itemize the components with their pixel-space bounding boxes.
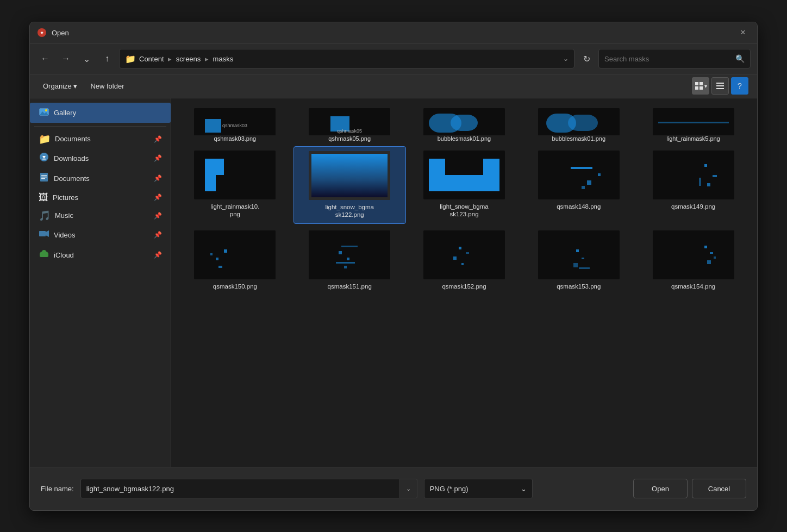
thumbnail-view-button[interactable]: ▾ (692, 77, 709, 95)
file-thumb-9 (538, 230, 620, 279)
content-area: qshmask03 qshmask03.png qshmask05 qshmas… (171, 98, 757, 467)
svg-rect-72 (461, 263, 464, 265)
svg-rect-19 (41, 178, 45, 179)
address-path: Content ▸ screens ▸ masks (139, 55, 560, 63)
forward-button[interactable]: → (57, 50, 74, 67)
filename-input[interactable] (80, 479, 400, 498)
sidebar-pin-pictures[interactable]: 📌 (154, 193, 162, 201)
svg-point-12 (45, 109, 47, 111)
svg-rect-65 (339, 251, 342, 254)
path-segment-1[interactable]: Content (139, 55, 164, 63)
up-button[interactable]: ↑ (98, 50, 116, 67)
file-item-5[interactable]: qsmask149.png (637, 146, 749, 224)
partial-name-1: qshmask03.png (214, 135, 257, 142)
svg-text:qshmask03: qshmask03 (222, 123, 247, 128)
svg-rect-71 (453, 256, 457, 260)
sidebar-item-downloads[interactable]: Downloads 📌 (30, 148, 171, 168)
filetype-value: PNG (*.png) (430, 485, 469, 493)
organize-button[interactable]: Organize ▾ (39, 80, 82, 92)
path-segment-3[interactable]: masks (213, 55, 234, 63)
sidebar-pin-downloads[interactable]: 📌 (154, 154, 162, 162)
partial-file-1[interactable]: qshmask03 qshmask03.png (179, 106, 291, 144)
file-grid: light_rainmask10.png (177, 144, 752, 298)
file-item-6[interactable]: qsmask150.png (179, 226, 291, 295)
file-item-9[interactable]: qsmask153.png (522, 226, 635, 295)
action-buttons: Open Cancel (633, 479, 746, 498)
sidebar-item-documents2[interactable]: Documents 📌 (30, 168, 171, 189)
address-dropdown-button[interactable]: ⌄ (563, 55, 569, 62)
svg-rect-57 (699, 178, 701, 186)
sidebar-pin-music[interactable]: 📌 (154, 212, 162, 220)
detail-view-button[interactable] (711, 77, 729, 95)
file-thumb-7 (309, 230, 390, 279)
sidebar-gallery-label: Gallery (54, 109, 162, 117)
svg-rect-81 (710, 252, 713, 254)
sidebar-pin-documents2[interactable]: 📌 (154, 174, 162, 182)
close-button[interactable]: × (735, 25, 751, 40)
svg-rect-7 (716, 85, 724, 86)
sidebar-item-icloud[interactable]: iCloud 📌 (30, 245, 171, 265)
path-segment-2[interactable]: screens (176, 55, 201, 63)
file-name-10: qsmask154.png (671, 283, 715, 291)
bottom-bar: File name: ⌄ PNG (*.png) ⌄ Open Cancel (30, 467, 757, 510)
help-button[interactable]: ? (731, 77, 748, 95)
file-item-1[interactable]: light_rainmask10.png (179, 146, 291, 224)
sidebar-item-gallery[interactable]: Gallery (30, 103, 171, 123)
svg-rect-75 (576, 249, 579, 252)
file-item-10[interactable]: qsmask154.png (637, 226, 749, 295)
sidebar-item-documents1[interactable]: 📁 Documents 📌 (30, 130, 171, 148)
svg-rect-76 (582, 258, 584, 259)
file-thumb-3 (423, 151, 505, 199)
file-name-5: qsmask149.png (671, 203, 715, 211)
partial-file-4[interactable]: bubblesmask01.png (522, 106, 635, 144)
sidebar-pin-icloud[interactable]: 📌 (154, 251, 162, 259)
filename-dropdown-button[interactable]: ⌄ (400, 479, 417, 498)
new-folder-button[interactable]: New folder (86, 80, 128, 92)
svg-rect-70 (459, 247, 461, 249)
recent-locations-button[interactable]: ⌄ (78, 50, 95, 67)
file-item-3[interactable]: light_snow_bgmask123.png (408, 146, 521, 224)
partial-file-2[interactable]: qshmask05 qshmask05.png (293, 106, 406, 144)
svg-rect-49 (571, 167, 592, 169)
partial-name-4: bubblesmask01.png (552, 135, 605, 142)
svg-rect-2 (695, 82, 698, 85)
address-bar[interactable]: 📁 Content ▸ screens ▸ masks ⌄ (119, 49, 574, 68)
file-name-2: light_snow_bgmask122.png (325, 203, 374, 220)
file-name-7: qsmask151.png (328, 283, 372, 291)
svg-rect-63 (309, 230, 390, 279)
svg-rect-51 (598, 173, 601, 176)
file-name-1: light_rainmask10.png (210, 203, 259, 219)
file-item-7[interactable]: qsmask151.png (293, 226, 406, 295)
partial-file-5[interactable]: light_rainmask5.png (637, 106, 749, 144)
partial-thumb-3 (423, 108, 505, 135)
file-thumb-5 (653, 151, 734, 199)
sidebar-item-music[interactable]: 🎵 Music 📌 (30, 206, 171, 225)
partial-thumb-2: qshmask05 (309, 108, 390, 135)
sidebar-pictures-label: Pictures (53, 193, 149, 202)
filetype-select[interactable]: PNG (*.png) ⌄ (424, 479, 533, 498)
back-button[interactable]: ← (36, 50, 54, 67)
sidebar-icloud-label: iCloud (54, 251, 149, 259)
sidebar-pin-documents1[interactable]: 📌 (154, 135, 162, 143)
search-bar[interactable]: 🔍 (598, 49, 751, 68)
refresh-button[interactable]: ↻ (578, 50, 595, 67)
svg-rect-17 (41, 175, 47, 176)
sidebar-music-label: Music (55, 211, 149, 220)
partial-file-3[interactable]: bubblesmask01.png (408, 106, 521, 144)
sidebar-item-videos[interactable]: Videos 📌 (30, 225, 171, 245)
svg-rect-68 (344, 266, 347, 268)
open-button[interactable]: Open (633, 479, 688, 498)
file-item-4[interactable]: qsmask148.png (522, 146, 635, 224)
search-icon[interactable]: 🔍 (735, 54, 745, 63)
cancel-button[interactable]: Cancel (692, 479, 746, 498)
search-input[interactable] (604, 55, 732, 63)
dialog-title: Open (52, 29, 735, 37)
svg-rect-6 (716, 83, 724, 84)
file-item-2[interactable]: light_snow_bgmask122.png (293, 146, 406, 224)
svg-rect-56 (707, 183, 710, 186)
sidebar-item-pictures[interactable]: 🖼 Pictures 📌 (30, 189, 171, 206)
sidebar-pin-videos[interactable]: 📌 (154, 231, 162, 239)
file-item-8[interactable]: qsmask152.png (408, 226, 521, 295)
svg-rect-47 (451, 155, 461, 161)
svg-rect-8 (716, 88, 724, 89)
